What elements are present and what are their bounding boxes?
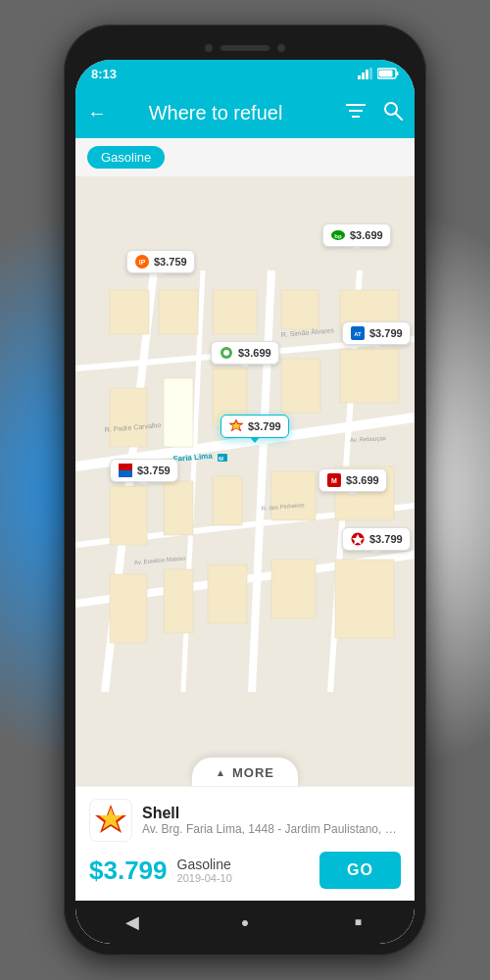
more-arrow: ▲	[216, 767, 226, 778]
svg-rect-22	[159, 290, 198, 334]
svg-rect-38	[208, 564, 247, 623]
search-icon[interactable]	[383, 101, 403, 125]
svg-text:M: M	[331, 477, 337, 484]
speaker-bar	[220, 45, 270, 51]
svg-rect-6	[379, 71, 393, 77]
svg-rect-37	[164, 569, 193, 633]
camera-dot	[205, 44, 213, 52]
station-logo-big	[89, 799, 132, 842]
nav-bar: ◀ ● ■	[75, 901, 415, 944]
svg-text:IP: IP	[139, 259, 146, 266]
svg-point-54	[223, 350, 229, 356]
station-card: Shell Av. Brg. Faria Lima, 1448 - Jardim…	[75, 786, 415, 901]
nav-square-button[interactable]: ■	[340, 905, 375, 940]
svg-rect-32	[164, 481, 193, 535]
green-logo	[219, 345, 234, 361]
filter-icon[interactable]	[346, 103, 366, 123]
page-title: Where to refuel	[95, 102, 336, 124]
phone-screen: 8:13 ← Where to refuel	[75, 60, 415, 944]
price-pin-5[interactable]: $3.799	[220, 415, 289, 438]
station-card-top: Shell Av. Brg. Faria Lima, 1448 - Jardim…	[89, 799, 401, 842]
station-price: $3.799	[89, 856, 168, 886]
status-bar: 8:13	[75, 60, 415, 87]
signal-icon	[358, 68, 373, 79]
price-pin-6[interactable]: $3.759	[110, 459, 178, 482]
price-pin-7[interactable]: M $3.699	[318, 468, 387, 492]
pin-price-5: $3.799	[248, 420, 281, 432]
pin-price-7: $3.699	[346, 474, 379, 486]
svg-rect-3	[369, 68, 372, 79]
price-fuel-block: $3.799 Gasoline 2019-04-10	[89, 856, 232, 886]
svg-rect-30	[340, 349, 399, 403]
gasoline-chip[interactable]: Gasoline	[87, 146, 165, 169]
station-card-bottom: $3.799 Gasoline 2019-04-10 GO	[89, 852, 401, 889]
station-fuel-info: Gasoline 2019-04-10	[177, 857, 232, 884]
more-label: MORE	[232, 765, 274, 780]
station-address: Av. Brg. Faria Lima, 1448 - Jardim Pauli…	[142, 822, 401, 836]
chevron-logo	[118, 463, 133, 478]
price-pin-1[interactable]: IP $3.759	[126, 250, 195, 273]
pin-price-3: $3.699	[238, 347, 271, 359]
shell-logo	[228, 418, 244, 434]
station-fuel-type: Gasoline	[177, 857, 232, 872]
svg-rect-31	[110, 486, 147, 545]
svg-rect-0	[358, 75, 361, 79]
svg-rect-34	[271, 471, 316, 520]
more-button[interactable]: ▲ MORE	[192, 758, 298, 786]
camera-dot-2	[277, 44, 285, 52]
price-pin-3[interactable]: $3.699	[211, 341, 279, 365]
ipiranga-logo: IP	[134, 254, 150, 270]
pin-price-8: $3.799	[369, 533, 403, 545]
price-pin-4[interactable]: AT $3.799	[342, 321, 411, 345]
nav-back-button[interactable]: ◀	[115, 905, 150, 940]
svg-rect-23	[213, 290, 257, 334]
price-pin-2[interactable]: bp $3.699	[322, 223, 391, 247]
bp-logo: bp	[330, 227, 346, 243]
svg-rect-36	[110, 574, 147, 643]
svg-rect-60	[119, 470, 132, 477]
top-bar: ← Where to refuel	[75, 87, 415, 138]
pin-price-4: $3.799	[369, 327, 403, 339]
pin-price-2: $3.699	[350, 229, 383, 241]
svg-rect-26	[110, 388, 147, 447]
go-button[interactable]: GO	[319, 852, 401, 889]
price-pin-8[interactable]: $3.799	[342, 527, 411, 551]
map-area[interactable]: R. Simão Álvares R. Padre Carvalho Faria…	[75, 176, 415, 786]
svg-rect-29	[281, 359, 320, 413]
texaco-logo	[350, 531, 366, 547]
svg-text:M: M	[219, 456, 223, 462]
att-logo: AT	[350, 325, 366, 341]
svg-rect-2	[366, 70, 368, 79]
status-icons	[358, 68, 399, 79]
station-name: Shell	[142, 805, 401, 822]
svg-point-10	[385, 103, 397, 115]
svg-rect-24	[281, 290, 318, 329]
svg-rect-27	[164, 378, 193, 447]
svg-text:bp: bp	[334, 233, 342, 239]
phone-device: 8:13 ← Where to refuel	[64, 24, 426, 956]
filter-bar: Gasoline	[75, 138, 415, 176]
station-info: Shell Av. Brg. Faria Lima, 1448 - Jardim…	[142, 805, 401, 836]
phone-top	[75, 36, 415, 60]
svg-rect-1	[362, 73, 365, 79]
pin-price-1: $3.759	[154, 256, 187, 268]
svg-rect-33	[213, 476, 242, 525]
map-background: R. Simão Álvares R. Padre Carvalho Faria…	[75, 176, 415, 786]
battery-icon	[377, 68, 399, 79]
svg-text:AT: AT	[354, 331, 362, 337]
station-date: 2019-04-10	[177, 872, 232, 884]
svg-line-11	[396, 114, 402, 120]
mobil-logo: M	[326, 472, 342, 488]
svg-rect-40	[335, 560, 394, 638]
svg-rect-5	[397, 72, 399, 75]
svg-rect-59	[119, 464, 132, 470]
svg-rect-39	[271, 560, 316, 618]
svg-rect-21	[110, 290, 149, 334]
pin-price-6: $3.759	[137, 465, 171, 476]
nav-home-button[interactable]: ●	[227, 905, 263, 940]
status-time: 8:13	[91, 67, 117, 81]
